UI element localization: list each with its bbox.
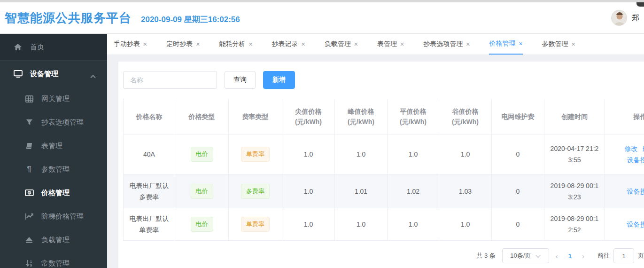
- col-flat-price: 平值价格(元/kWh): [388, 99, 439, 134]
- tab-parameter-management[interactable]: 参数管理×: [542, 34, 575, 55]
- tab-meter-reading-options[interactable]: 抄表选项管理×: [423, 34, 470, 55]
- cell-price-type: 电价: [175, 174, 229, 208]
- sidebar-item-parameter-management[interactable]: ¶ 参数管理: [0, 158, 107, 181]
- cell-price-name: 电表出厂默认单费率: [124, 208, 175, 241]
- sidebar-item-device-management[interactable]: 设备管理: [0, 61, 107, 87]
- col-actions: 操作: [605, 99, 644, 134]
- tab-scheduled-reading[interactable]: 定时抄表×: [166, 34, 200, 55]
- sidebar-item-meter-management[interactable]: 表管理: [0, 134, 107, 158]
- sidebar-item-label: 阶梯价格管理: [41, 212, 84, 221]
- goto-label: 前往: [597, 252, 610, 260]
- sidebar-item-load-management[interactable]: 负载管理: [0, 228, 107, 252]
- sidebar-item-constant-management[interactable]: 19 常数管理: [0, 252, 107, 268]
- sidebar-item-label: 表管理: [41, 142, 62, 150]
- sort-numeric-icon: 19: [24, 260, 34, 267]
- close-icon[interactable]: ×: [302, 40, 305, 48]
- tab-label: 抄表选项管理: [423, 40, 463, 48]
- svg-text:1: 1: [30, 260, 32, 263]
- table-header-row: 价格名称 价格类型 费率类型 尖值价格(元/kWh) 峰值价格(元/kWh) 平…: [124, 99, 644, 134]
- cell-valley: 1.03: [439, 174, 492, 208]
- cell-valley: 1.0: [439, 208, 492, 241]
- svg-text:9: 9: [30, 264, 32, 267]
- sidebar-item-label: 抄表选项管理: [41, 118, 84, 127]
- next-page-button[interactable]: ›: [575, 252, 591, 260]
- col-grid-fee: 电网维护费: [492, 99, 544, 134]
- price-type-badge: 电价: [191, 184, 213, 199]
- tab-reading-records[interactable]: 抄表记录×: [272, 34, 305, 55]
- app-header: 智慧能源公共服务平台 2020-09-09 星期三16:02:56 郑: [0, 2, 644, 34]
- cell-actions: 设备授权: [605, 174, 644, 208]
- pilcrow-icon: ¶: [24, 165, 34, 174]
- cell-actions: 修改删除 设备授权: [605, 134, 644, 174]
- sidebar-item-label: 负载管理: [41, 236, 70, 244]
- query-button[interactable]: 查询: [225, 71, 256, 89]
- sidebar-item-tiered-price-management[interactable]: 阶梯价格管理: [0, 205, 107, 228]
- col-valley-price: 谷值价格(元/kWh): [439, 99, 492, 134]
- sidebar-item-gateway-management[interactable]: 网关管理: [0, 87, 107, 110]
- edit-link[interactable]: 修改: [625, 145, 638, 152]
- col-rate-type: 费率类型: [229, 99, 282, 134]
- close-icon[interactable]: ×: [572, 40, 575, 48]
- chevron-up-icon[interactable]: [90, 72, 96, 80]
- avatar-face-icon: [612, 10, 627, 26]
- sidebar-item-home[interactable]: 首页: [0, 34, 107, 61]
- cell-created: 2019-08-29 00:12:52: [544, 208, 605, 241]
- chart-line-icon: [24, 213, 34, 220]
- pagination: 共 3 条 10条/页 ‹ 1 › 前往 页: [123, 248, 644, 263]
- tab-label: 参数管理: [542, 40, 568, 48]
- close-icon[interactable]: ×: [354, 40, 358, 48]
- page-number-1[interactable]: 1: [565, 252, 575, 260]
- device-auth-link[interactable]: 设备授权: [627, 221, 644, 228]
- close-icon[interactable]: ×: [400, 40, 404, 48]
- tab-meter-management[interactable]: 表管理×: [377, 34, 404, 55]
- tab-bar: 手动抄表× 定时抄表× 能耗分析× 抄表记录× 负载管理× 表管理× 抄表选项管…: [107, 34, 644, 55]
- book-icon: [24, 142, 34, 150]
- rate-type-badge: 多费率: [241, 184, 270, 199]
- tab-manual-reading[interactable]: 手动抄表×: [114, 34, 147, 55]
- sidebar-item-meter-reading-options[interactable]: 抄表选项管理: [0, 110, 107, 134]
- prev-page-button[interactable]: ‹: [549, 252, 565, 260]
- device-auth-link[interactable]: 设备授权: [627, 188, 644, 195]
- col-price-type: 价格类型: [175, 99, 229, 134]
- page-size-value: 10条/页: [510, 252, 531, 260]
- rate-type-badge: 单费率: [241, 147, 270, 162]
- user-avatar[interactable]: [611, 10, 627, 26]
- tab-label: 负载管理: [325, 40, 351, 48]
- close-icon[interactable]: ×: [466, 40, 470, 48]
- tab-label: 能耗分析: [219, 40, 245, 48]
- tab-price-management[interactable]: 价格管理×: [489, 34, 522, 55]
- table-row: 40A 电价 单费率 1.0 1.0 1.0 1.0 0 2020-04-17 …: [124, 134, 644, 174]
- tab-label: 价格管理: [489, 39, 515, 48]
- cell-peak: 1.0: [335, 208, 388, 241]
- table-row: 电表出厂默认单费率 电价 单费率 1.0 1.0 1.0 1.0 0 2019-…: [124, 208, 644, 241]
- search-input[interactable]: [123, 71, 217, 89]
- tab-load-management[interactable]: 负载管理×: [325, 34, 358, 55]
- svg-text:0: 0: [28, 191, 30, 194]
- sidebar-item-label: 常数管理: [41, 259, 70, 268]
- filter-icon: [24, 119, 34, 126]
- table-row: 电表出厂默认多费率 电价 多费率 1.0 1.01 1.02 1.03 0 20…: [124, 174, 644, 208]
- add-button[interactable]: 新增: [263, 71, 295, 89]
- price-type-badge: 电价: [191, 147, 213, 162]
- cell-flat: 1.02: [388, 174, 439, 208]
- device-auth-link[interactable]: 设备授权: [627, 156, 644, 164]
- sidebar-submenu: 网关管理 抄表选项管理 表管理 ¶ 参数管理 0: [0, 87, 107, 268]
- delete-link[interactable]: 删除: [643, 145, 644, 152]
- tab-label: 定时抄表: [166, 40, 193, 48]
- close-icon[interactable]: ×: [519, 40, 522, 47]
- sidebar-item-label: 网关管理: [41, 95, 70, 103]
- total-count: 共 3 条: [476, 252, 495, 260]
- close-icon[interactable]: ×: [248, 40, 252, 48]
- close-icon[interactable]: ×: [143, 40, 147, 48]
- cell-peak: 1.01: [335, 174, 388, 208]
- home-icon: [13, 43, 23, 51]
- sidebar-item-price-management[interactable]: 0 价格管理: [0, 181, 107, 205]
- goto-page-input[interactable]: [613, 248, 634, 263]
- page-size-select[interactable]: 10条/页: [502, 248, 549, 263]
- tab-energy-analysis[interactable]: 能耗分析×: [219, 34, 252, 55]
- tab-label: 手动抄表: [114, 40, 140, 48]
- user-area[interactable]: 郑: [611, 10, 640, 26]
- col-price-name: 价格名称: [124, 99, 175, 134]
- cell-rate-type: 单费率: [229, 208, 282, 241]
- close-icon[interactable]: ×: [196, 40, 200, 48]
